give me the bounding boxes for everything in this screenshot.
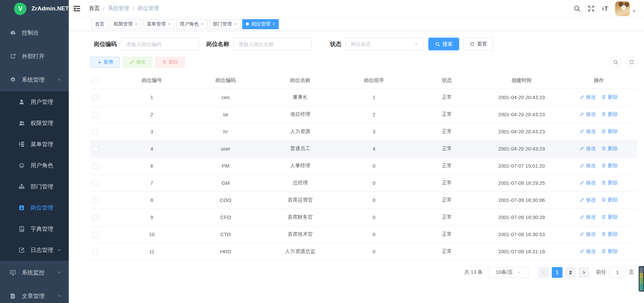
delete-button[interactable]: 删除 [155, 57, 185, 68]
row-checkbox[interactable] [93, 249, 98, 255]
row-edit-link[interactable]: 修改 [580, 231, 596, 237]
reset-button[interactable]: 重置 [464, 38, 493, 50]
row-checkbox[interactable] [93, 215, 98, 220]
row-edit-link[interactable]: 修改 [580, 214, 596, 220]
fullscreen-icon[interactable] [588, 5, 595, 12]
column-header-post-sort[interactable]: 岗位排序 [337, 73, 411, 89]
next-page-button[interactable] [579, 267, 589, 278]
breadcrumb-item[interactable]: 首页 [89, 5, 100, 12]
refresh-table-button[interactable] [626, 56, 637, 68]
user-avatar[interactable] [615, 1, 630, 16]
row-delete-link[interactable]: 删除 [601, 214, 618, 220]
status-select[interactable]: 岗位状态 [346, 38, 424, 50]
row-edit-link[interactable]: 修改 [580, 248, 596, 255]
cell-post-code: ceo [188, 89, 263, 106]
breadcrumb-separator: / [132, 6, 134, 12]
font-size-icon[interactable]: TT [602, 5, 608, 12]
close-icon[interactable]: × [168, 21, 171, 27]
row-edit-link[interactable]: 修改 [580, 180, 596, 186]
sidebar-item-system-management[interactable]: 系统管理 [0, 68, 69, 91]
sidebar-item-console[interactable]: 控制台 [0, 21, 69, 44]
scrollbar-widget[interactable] [639, 266, 644, 292]
sidebar-item-permission-management[interactable]: 权限管理 [0, 113, 69, 134]
row-edit-link[interactable]: 修改 [580, 163, 596, 169]
row-edit-link[interactable]: 修改 [580, 145, 596, 152]
row-delete-link[interactable]: 删除 [601, 111, 618, 118]
sidebar-item-article-management[interactable]: 文章管理 [0, 284, 69, 303]
sidebar-item-dictionary-management[interactable]: 字典管理 [0, 218, 69, 240]
row-delete-link[interactable]: 删除 [601, 197, 618, 203]
row-edit-link[interactable]: 修改 [580, 94, 596, 100]
goto-page-input[interactable] [609, 267, 626, 278]
row-delete-link[interactable]: 删除 [601, 128, 618, 135]
row-delete-link[interactable]: 删除 [601, 231, 618, 237]
close-icon[interactable]: × [201, 21, 204, 27]
table-row: 11HRD人力资源总监0正常2001-07-09 18:31:19修改删除 [91, 243, 637, 260]
row-checkbox[interactable] [93, 95, 98, 100]
page-button-1[interactable]: 1 [552, 267, 562, 278]
column-header-status[interactable]: 状态 [411, 73, 483, 89]
cell-created-time: 2001-07-09 18:30:28 [483, 209, 560, 226]
show-search-toggle-button[interactable] [610, 56, 622, 68]
page-size-select[interactable]: 10条/页 [488, 267, 529, 278]
cell-actions: 修改删除 [560, 226, 637, 243]
menu-tree-icon [18, 141, 25, 147]
row-edit-link[interactable]: 修改 [580, 128, 596, 135]
tab-permission-management[interactable]: 权限管理× [110, 19, 141, 29]
tab-home[interactable]: 首页 [91, 19, 108, 29]
close-icon[interactable]: × [234, 21, 237, 27]
column-header-post-code[interactable]: 岗位编码 [188, 73, 263, 89]
tab-user-role[interactable]: 用户角色× [176, 19, 207, 29]
select-all-checkbox[interactable] [93, 78, 98, 84]
column-header-post-name[interactable]: 岗位名称 [263, 73, 337, 89]
tab-label: 用户角色 [180, 21, 199, 27]
row-checkbox[interactable] [93, 129, 98, 135]
row-checkbox[interactable] [93, 112, 98, 118]
sidebar-item-user-management[interactable]: 用户管理 [0, 91, 69, 113]
row-edit-link[interactable]: 修改 [580, 111, 596, 118]
row-checkbox[interactable] [93, 232, 98, 237]
row-checkbox[interactable] [93, 198, 98, 203]
row-edit-link[interactable]: 修改 [580, 197, 596, 203]
cell-status: 正常 [411, 157, 483, 174]
app-logo[interactable]: V ZrAdmin.NET [0, 0, 69, 17]
row-checkbox[interactable] [93, 163, 98, 169]
row-checkbox[interactable] [93, 146, 98, 152]
row-delete-link[interactable]: 删除 [601, 163, 618, 169]
row-checkbox[interactable] [93, 180, 98, 186]
tab-department-management[interactable]: 部门管理× [209, 19, 240, 29]
row-delete-link[interactable]: 删除 [601, 180, 618, 186]
row-delete-link[interactable]: 删除 [601, 145, 618, 152]
face-icon [18, 162, 25, 169]
tab-menu-management[interactable]: 菜单管理× [143, 19, 174, 29]
sidebar-item-menu-management[interactable]: 菜单管理 [0, 134, 69, 155]
sidebar-item-department-management[interactable]: 部门管理 [0, 176, 69, 197]
column-header-created-time[interactable]: 创建时间 [483, 73, 560, 89]
sidebar-item-post-management[interactable]: 岗位管理 [0, 197, 69, 218]
post-name-input[interactable] [233, 38, 311, 50]
sidebar-collapse-icon[interactable] [73, 5, 80, 12]
search-icon[interactable] [574, 5, 581, 12]
column-header-actions[interactable]: 操作 [560, 73, 637, 89]
column-header-post-id[interactable]: 岗位编号 [116, 73, 188, 89]
close-icon[interactable]: × [272, 21, 275, 27]
post-code-input[interactable] [121, 38, 199, 50]
add-button[interactable]: 新增 [91, 57, 120, 68]
row-delete-link[interactable]: 删除 [601, 248, 618, 255]
row-delete-link[interactable]: 删除 [601, 94, 618, 100]
cell-actions: 修改删除 [560, 89, 637, 106]
app-logo-icon: V [14, 3, 26, 15]
close-icon[interactable]: × [135, 21, 138, 27]
tab-post-management[interactable]: 岗位管理× [242, 19, 279, 29]
caret-down-icon[interactable] [632, 8, 636, 14]
sidebar-item-log-management[interactable]: 日志管理 [0, 240, 69, 261]
sidebar-item-system-monitor[interactable]: 系统监控 [0, 261, 69, 284]
sidebar-item-user-role[interactable]: 用户角色 [0, 155, 69, 176]
sidebar-item-external-open[interactable]: 外部打开 [0, 44, 69, 68]
cell-status: 正常 [411, 243, 483, 260]
page-button-2[interactable]: 2 [565, 267, 576, 278]
sidebar-item-label: 日志管理 [31, 246, 53, 254]
edit-button[interactable]: 修改 [123, 57, 152, 68]
search-button[interactable]: 搜索 [428, 38, 459, 50]
prev-page-button[interactable] [538, 267, 549, 278]
